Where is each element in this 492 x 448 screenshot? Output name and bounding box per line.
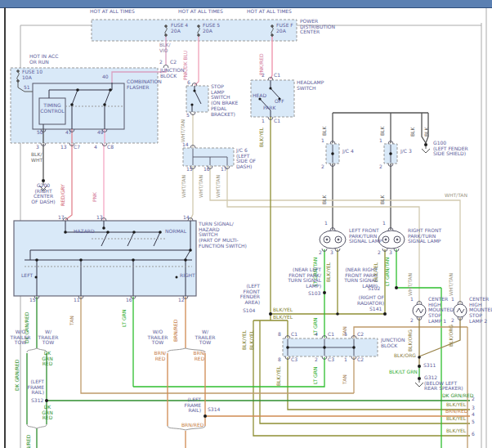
chmsl1-bulb-symbol bbox=[413, 304, 426, 317]
pin-label: 15 bbox=[29, 298, 36, 303]
pin-label: 8 bbox=[278, 332, 281, 338]
pdc-label: POWER DISTRIBUTION CENTER bbox=[300, 19, 335, 35]
pnk-dkblu-wire-label: PNK/DK BLU bbox=[182, 51, 188, 80]
turn-signal-switch-label: TURN SIGNAL/ HAZARD SWITCH (PART OF MULT… bbox=[199, 222, 247, 249]
connector-label: C1 bbox=[291, 332, 297, 338]
pnk-red-wire bbox=[271, 36, 272, 79]
component-boxes bbox=[11, 20, 397, 356]
bus-wire-label: BRN/RED bbox=[445, 409, 467, 414]
blk-wire-label: BLK bbox=[379, 195, 385, 204]
pin-label: 1 bbox=[379, 138, 382, 144]
pin-label: 5 bbox=[344, 332, 347, 338]
wo-trailer-tow-label: W/O TRAILER TOW bbox=[145, 329, 170, 346]
pin-label: 4 bbox=[94, 145, 97, 150]
bus-ref-label: 4 bbox=[472, 412, 475, 418]
pin-label: 5 bbox=[186, 113, 190, 119]
pin-label: 8 bbox=[278, 357, 281, 363]
hot-at-all-times-label: HOT AT ALL TIMES bbox=[247, 9, 292, 15]
chmsl1-label: CENTER HIGH MOUNTED STOP LAMP 1 bbox=[428, 297, 454, 325]
connector-label: C2 bbox=[170, 60, 177, 65]
pin-label: 2 bbox=[410, 318, 414, 324]
g312-ground-symbol bbox=[415, 380, 423, 387]
ltgrn-wire-label: LT GRN bbox=[312, 367, 318, 384]
connector-label: C2 bbox=[357, 332, 364, 338]
fuse4-label: FUSE 4 20A bbox=[171, 23, 188, 34]
fuse10-label: FUSE 10 10A bbox=[22, 69, 42, 80]
blk-yel-wire-label: BLK/YEL bbox=[258, 128, 264, 147]
normal-label: NORMAL bbox=[165, 229, 186, 235]
pin-label: 13 bbox=[60, 145, 67, 150]
blk-yel-wire-label: BLK/YEL bbox=[273, 307, 293, 313]
s311-label: S311 bbox=[423, 363, 436, 369]
hazard-label: HAZARD bbox=[74, 229, 95, 235]
combination-flasher-label: COMBINATION FLASHER bbox=[127, 79, 162, 90]
s312-location-label: (LEFT FRAME RAIL) bbox=[25, 379, 44, 396]
tan-wire-label: TAN bbox=[342, 374, 347, 384]
pin-label: 47 bbox=[65, 130, 72, 136]
g100-ground-symbol bbox=[422, 146, 430, 153]
g100-label: G100 (LEFT FENDER SIDE SHIELD) bbox=[433, 141, 468, 157]
blk-wire-label: BLK bbox=[379, 127, 385, 136]
pin-label: 2 bbox=[321, 164, 324, 170]
w-trailer-tow-label: W/ TRAILER TOW bbox=[36, 329, 60, 346]
s102-label: S102 bbox=[368, 286, 380, 292]
pin-label: 40 bbox=[102, 74, 109, 80]
s141-splice bbox=[383, 312, 387, 316]
connector-label: C1 bbox=[274, 73, 280, 78]
left-front-park-turn-lamp-symbol bbox=[320, 231, 346, 249]
wht-tan-wire-label: WHT/TAN bbox=[445, 193, 467, 199]
wiring-diagram-canvas: HOT AT ALL TIMES HOT AT ALL TIMES HOT AT… bbox=[0, 0, 492, 448]
pin-label: 2 bbox=[315, 357, 318, 363]
ltgrn-wire-label: LT GRN bbox=[121, 310, 127, 327]
bus-ref-label: 2 bbox=[472, 396, 475, 402]
blk-org-wire-label: BLK/ORG bbox=[407, 329, 413, 352]
connector-label: C1 bbox=[274, 119, 280, 124]
pin-label: 6 bbox=[187, 80, 190, 86]
s102-splice bbox=[395, 286, 398, 289]
pin-label: 17 bbox=[221, 167, 227, 172]
jc-internals bbox=[288, 145, 391, 356]
s141-label: S141 bbox=[369, 307, 382, 312]
pin-label: 2 bbox=[379, 164, 382, 170]
pin-label: 16 bbox=[126, 298, 132, 303]
s103-splice bbox=[323, 291, 326, 294]
s314-label: S314 bbox=[208, 407, 220, 413]
g312-label: G312 (BELOW LEFT REAR SPEAKER) bbox=[424, 375, 463, 392]
s103-label: S103 bbox=[308, 291, 320, 297]
ltgrn-tan-wire-label: LT GRN/TAN bbox=[384, 258, 390, 286]
connector-label: C1 bbox=[328, 332, 334, 338]
blk-wire-label: BLK bbox=[409, 128, 415, 137]
blk-wire-label: BLK bbox=[423, 128, 429, 137]
s104-location-label: (LEFT FRONT FENDER AREA) bbox=[239, 284, 260, 306]
s104-splice bbox=[269, 312, 272, 316]
pin-label: 2 bbox=[262, 73, 265, 78]
dk-grn-red-wire-label: DK GRN/RED bbox=[14, 360, 20, 391]
blk-yel-wire-label: BLK/YEL bbox=[275, 366, 281, 386]
hot-at-all-times-label: HOT AT ALL TIMES bbox=[90, 9, 135, 15]
bus-wire-label: BLK/YEL bbox=[446, 428, 466, 434]
headlamp-switch-label: HEADLAMP SWITCH bbox=[297, 80, 324, 91]
left-label: LEFT bbox=[21, 273, 33, 279]
brn-red-wire-label: BRN/ RED bbox=[193, 351, 206, 361]
pin-label: 12 bbox=[178, 298, 185, 303]
dk-grn-red-wire-label: DK GRN/RED bbox=[25, 435, 31, 448]
wo-trailer-tow-label: W/O TRAILER TOW bbox=[8, 329, 33, 346]
connector-label: C3 bbox=[328, 357, 334, 363]
bus-ref-label: 5 bbox=[472, 419, 475, 425]
blk-yel-wire-label: BLK/YEL bbox=[241, 330, 247, 350]
dk-grn-red-wire-label: DK GRN RED bbox=[41, 351, 54, 367]
pin-label: 2 bbox=[159, 60, 163, 65]
brn-red-wire-label: BRN/RED bbox=[181, 423, 204, 428]
pin-label: 11 bbox=[74, 298, 80, 303]
wht-tan-wire-label: WHT/TAN bbox=[448, 273, 454, 296]
power-distribution-center-box bbox=[92, 20, 297, 41]
wht-tan-wire-label: WHT/TAN bbox=[215, 175, 221, 198]
junction-block-label: JUNCTION BLOCK bbox=[160, 68, 184, 78]
pin-label: 1 bbox=[262, 119, 265, 124]
pin-label: 1 bbox=[382, 221, 386, 226]
bus-wire-label: BLK/YEL bbox=[446, 416, 466, 422]
jc6-label: J/C 6 (LEFT SIDE OF DASH) bbox=[236, 148, 256, 170]
pin-label: 2 bbox=[378, 250, 381, 256]
pin-label: 16 bbox=[204, 167, 210, 172]
pin-label: 4 bbox=[315, 332, 318, 338]
